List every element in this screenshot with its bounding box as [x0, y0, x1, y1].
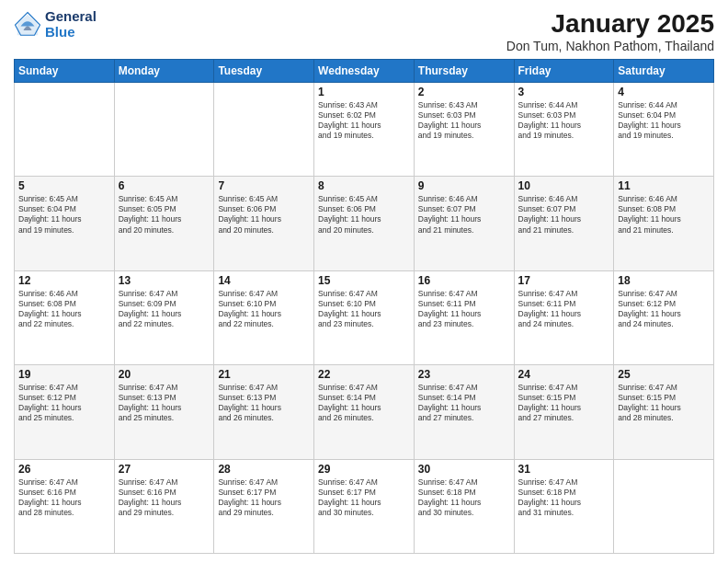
day-number: 26: [18, 463, 110, 476]
calendar-cell-w1-d3: 1Sunrise: 6:43 AM Sunset: 6:02 PM Daylig…: [314, 83, 415, 177]
day-number: 21: [218, 368, 310, 381]
day-number: 8: [318, 179, 410, 192]
calendar-cell-w4-d0: 19Sunrise: 6:47 AM Sunset: 6:12 PM Dayli…: [15, 365, 115, 459]
day-number: 1: [318, 86, 410, 98]
calendar-cell-w5-d2: 28Sunrise: 6:47 AM Sunset: 6:17 PM Dayli…: [214, 459, 314, 553]
day-info: Sunrise: 6:44 AM Sunset: 6:04 PM Dayligh…: [618, 100, 710, 141]
calendar-cell-w5-d4: 30Sunrise: 6:47 AM Sunset: 6:18 PM Dayli…: [414, 459, 514, 553]
main-title: January 2025: [506, 9, 714, 39]
day-number: 31: [518, 463, 610, 476]
day-number: 28: [218, 463, 310, 476]
day-info: Sunrise: 6:47 AM Sunset: 6:17 PM Dayligh…: [218, 477, 310, 518]
day-info: Sunrise: 6:47 AM Sunset: 6:14 PM Dayligh…: [318, 383, 410, 423]
week-row-5: 26Sunrise: 6:47 AM Sunset: 6:16 PM Dayli…: [15, 459, 714, 553]
logo: General Blue: [14, 9, 97, 40]
day-number: 30: [418, 463, 510, 476]
day-info: Sunrise: 6:47 AM Sunset: 6:13 PM Dayligh…: [119, 383, 210, 423]
col-tuesday: Tuesday: [214, 60, 314, 83]
day-info: Sunrise: 6:46 AM Sunset: 6:08 PM Dayligh…: [18, 289, 110, 329]
calendar-cell-w4-d5: 24Sunrise: 6:47 AM Sunset: 6:15 PM Dayli…: [514, 365, 614, 459]
logo-text: General Blue: [45, 9, 97, 40]
day-number: 18: [618, 274, 710, 287]
day-info: Sunrise: 6:43 AM Sunset: 6:02 PM Dayligh…: [318, 100, 410, 141]
day-info: Sunrise: 6:45 AM Sunset: 6:05 PM Dayligh…: [119, 194, 210, 235]
calendar-table: Sunday Monday Tuesday Wednesday Thursday…: [14, 59, 714, 554]
calendar-cell-w2-d3: 8Sunrise: 6:45 AM Sunset: 6:06 PM Daylig…: [314, 177, 415, 270]
day-info: Sunrise: 6:45 AM Sunset: 6:06 PM Dayligh…: [318, 194, 410, 235]
day-info: Sunrise: 6:47 AM Sunset: 6:14 PM Dayligh…: [418, 383, 510, 423]
day-number: 2: [418, 86, 510, 98]
day-info: Sunrise: 6:47 AM Sunset: 6:15 PM Dayligh…: [518, 383, 610, 423]
day-info: Sunrise: 6:47 AM Sunset: 6:09 PM Dayligh…: [119, 289, 210, 329]
day-number: 11: [618, 179, 710, 192]
calendar-cell-w1-d5: 3Sunrise: 6:44 AM Sunset: 6:03 PM Daylig…: [514, 83, 614, 177]
calendar-cell-w2-d0: 5Sunrise: 6:45 AM Sunset: 6:04 PM Daylig…: [15, 177, 115, 270]
calendar-cell-w5-d3: 29Sunrise: 6:47 AM Sunset: 6:17 PM Dayli…: [314, 459, 415, 553]
day-number: 9: [418, 179, 510, 192]
day-info: Sunrise: 6:47 AM Sunset: 6:12 PM Dayligh…: [618, 289, 710, 329]
logo-blue: Blue: [45, 25, 97, 40]
calendar-cell-w3-d6: 18Sunrise: 6:47 AM Sunset: 6:12 PM Dayli…: [614, 270, 714, 364]
col-monday: Monday: [114, 60, 214, 83]
calendar-cell-w4-d1: 20Sunrise: 6:47 AM Sunset: 6:13 PM Dayli…: [114, 365, 214, 459]
col-wednesday: Wednesday: [314, 60, 415, 83]
calendar-cell-w1-d4: 2Sunrise: 6:43 AM Sunset: 6:03 PM Daylig…: [414, 83, 514, 177]
calendar-header-row: Sunday Monday Tuesday Wednesday Thursday…: [15, 60, 714, 83]
day-info: Sunrise: 6:46 AM Sunset: 6:08 PM Dayligh…: [618, 194, 710, 235]
day-info: Sunrise: 6:43 AM Sunset: 6:03 PM Dayligh…: [418, 100, 510, 141]
day-number: 5: [18, 179, 110, 192]
week-row-2: 5Sunrise: 6:45 AM Sunset: 6:04 PM Daylig…: [15, 177, 714, 270]
day-number: 20: [119, 368, 210, 381]
calendar-cell-w5-d6: [614, 459, 714, 553]
calendar-cell-w3-d5: 17Sunrise: 6:47 AM Sunset: 6:11 PM Dayli…: [514, 270, 614, 364]
col-saturday: Saturday: [614, 60, 714, 83]
calendar-cell-w5-d0: 26Sunrise: 6:47 AM Sunset: 6:16 PM Dayli…: [15, 459, 115, 553]
day-number: 3: [518, 86, 610, 98]
day-info: Sunrise: 6:47 AM Sunset: 6:13 PM Dayligh…: [218, 383, 310, 423]
day-number: 14: [218, 274, 310, 287]
calendar-cell-w4-d4: 23Sunrise: 6:47 AM Sunset: 6:14 PM Dayli…: [414, 365, 514, 459]
day-info: Sunrise: 6:47 AM Sunset: 6:16 PM Dayligh…: [18, 477, 110, 518]
day-number: 4: [618, 86, 710, 98]
calendar-body: 1Sunrise: 6:43 AM Sunset: 6:02 PM Daylig…: [15, 83, 714, 554]
day-info: Sunrise: 6:44 AM Sunset: 6:03 PM Dayligh…: [518, 100, 610, 141]
logo-general: General: [45, 8, 97, 24]
calendar-cell-w1-d2: [214, 83, 314, 177]
day-number: 17: [518, 274, 610, 287]
calendar-cell-w1-d0: [15, 83, 115, 177]
day-number: 12: [18, 274, 110, 287]
day-number: 13: [119, 274, 210, 287]
calendar-cell-w4-d2: 21Sunrise: 6:47 AM Sunset: 6:13 PM Dayli…: [214, 365, 314, 459]
day-info: Sunrise: 6:45 AM Sunset: 6:04 PM Dayligh…: [18, 194, 110, 235]
day-number: 7: [218, 179, 310, 192]
day-number: 25: [618, 368, 710, 381]
calendar-cell-w3-d4: 16Sunrise: 6:47 AM Sunset: 6:11 PM Dayli…: [414, 270, 514, 364]
calendar-cell-w4-d3: 22Sunrise: 6:47 AM Sunset: 6:14 PM Dayli…: [314, 365, 415, 459]
day-number: 10: [518, 179, 610, 192]
calendar-cell-w5-d5: 31Sunrise: 6:47 AM Sunset: 6:18 PM Dayli…: [514, 459, 614, 553]
col-thursday: Thursday: [414, 60, 514, 83]
calendar-cell-w1-d1: [114, 83, 214, 177]
day-number: 29: [318, 463, 410, 476]
calendar-cell-w2-d2: 7Sunrise: 6:45 AM Sunset: 6:06 PM Daylig…: [214, 177, 314, 270]
day-info: Sunrise: 6:46 AM Sunset: 6:07 PM Dayligh…: [518, 194, 610, 235]
day-info: Sunrise: 6:47 AM Sunset: 6:10 PM Dayligh…: [218, 289, 310, 329]
day-info: Sunrise: 6:47 AM Sunset: 6:16 PM Dayligh…: [119, 477, 210, 518]
day-info: Sunrise: 6:45 AM Sunset: 6:06 PM Dayligh…: [218, 194, 310, 235]
day-info: Sunrise: 6:46 AM Sunset: 6:07 PM Dayligh…: [418, 194, 510, 235]
calendar-cell-w2-d6: 11Sunrise: 6:46 AM Sunset: 6:08 PM Dayli…: [614, 177, 714, 270]
day-number: 16: [418, 274, 510, 287]
day-info: Sunrise: 6:47 AM Sunset: 6:12 PM Dayligh…: [18, 383, 110, 423]
day-number: 27: [119, 463, 210, 476]
day-number: 15: [318, 274, 410, 287]
day-number: 24: [518, 368, 610, 381]
day-info: Sunrise: 6:47 AM Sunset: 6:17 PM Dayligh…: [318, 477, 410, 518]
day-number: 22: [318, 368, 410, 381]
col-sunday: Sunday: [15, 60, 115, 83]
calendar-cell-w5-d1: 27Sunrise: 6:47 AM Sunset: 6:16 PM Dayli…: [114, 459, 214, 553]
calendar-cell-w2-d5: 10Sunrise: 6:46 AM Sunset: 6:07 PM Dayli…: [514, 177, 614, 270]
day-info: Sunrise: 6:47 AM Sunset: 6:10 PM Dayligh…: [318, 289, 410, 329]
col-friday: Friday: [514, 60, 614, 83]
week-row-1: 1Sunrise: 6:43 AM Sunset: 6:02 PM Daylig…: [15, 83, 714, 177]
subtitle: Don Tum, Nakhon Pathom, Thailand: [506, 39, 714, 53]
